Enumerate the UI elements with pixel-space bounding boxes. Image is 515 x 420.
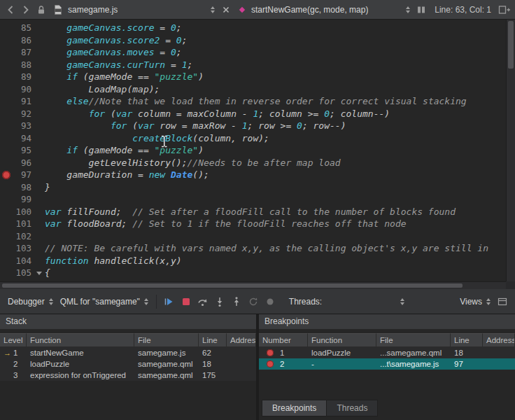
editor-vertical-scrollbar[interactable] xyxy=(506,20,515,281)
threads-combo-box[interactable] xyxy=(326,295,407,309)
scrollbar-thumb[interactable] xyxy=(2,284,463,288)
column-header[interactable]: Level xyxy=(0,333,27,347)
code-line[interactable]: 100var fillFound; // Set after a floodFi… xyxy=(0,206,506,218)
breakpoint-margin[interactable] xyxy=(0,230,13,243)
column-header[interactable]: File xyxy=(376,333,451,347)
step-over-button[interactable] xyxy=(195,293,211,310)
lock-button[interactable] xyxy=(34,2,49,18)
code-line[interactable]: 94 createBlock(column, row); xyxy=(0,132,506,145)
threads-select[interactable]: Threads: xyxy=(285,293,411,310)
code-line[interactable]: 101var floodBoard; // Set to 1 if the fl… xyxy=(0,218,506,230)
breakpoint-marker-icon[interactable] xyxy=(2,171,10,179)
split-editor-button[interactable] xyxy=(497,2,512,18)
code-token: ) xyxy=(198,145,204,155)
column-header[interactable]: Address xyxy=(227,333,256,347)
chevron-updown-icon xyxy=(49,298,53,305)
column-header[interactable]: Function xyxy=(308,333,376,347)
tab-breakpoints[interactable]: Breakpoints xyxy=(262,400,327,416)
column-header[interactable]: Line xyxy=(199,333,227,347)
stack-row[interactable]: 2loadPuzzlesamegame.qml18 xyxy=(0,358,256,370)
fold-margin[interactable] xyxy=(35,267,45,279)
scrollbar-corner xyxy=(506,281,515,289)
code-editor[interactable]: 85 gameCanvas.score = 0;86 gameCanvas.sc… xyxy=(0,20,515,289)
breakpoint-margin[interactable] xyxy=(0,218,13,230)
breakpoint-margin[interactable] xyxy=(0,132,13,145)
column-header[interactable]: File xyxy=(134,333,199,347)
column-header[interactable]: Function xyxy=(27,333,134,347)
breakpoint-margin[interactable] xyxy=(0,46,13,59)
breakpoint-margin[interactable] xyxy=(0,157,13,169)
breakpoint-margin[interactable] xyxy=(0,193,13,206)
code-token: ; column--) xyxy=(330,108,390,119)
code-line[interactable]: 99 xyxy=(0,193,506,206)
code-line[interactable]: 92 for (var column = maxColumn - 1; colu… xyxy=(0,108,506,120)
code-line[interactable]: 87 gameCanvas.moves = 0; xyxy=(0,46,506,59)
breakpoint-margin[interactable] xyxy=(0,169,13,181)
breakpoint-margin[interactable] xyxy=(0,59,13,71)
breakpoint-margin[interactable] xyxy=(0,34,13,47)
code-line[interactable]: 96 getLevelHistory();//Needs to be after… xyxy=(0,157,506,169)
breakpoint-margin[interactable] xyxy=(0,120,13,132)
code-line[interactable]: 97 gameDuration = new Date(); xyxy=(0,169,506,181)
code-line[interactable]: 91 else//Note that we load them in rever… xyxy=(0,95,506,108)
stack-row[interactable]: →1startNewGamesamegame.js62 xyxy=(0,347,256,358)
editor-horizontal-scrollbar[interactable] xyxy=(0,281,506,289)
code-line[interactable]: 104function handleClick(x,y) xyxy=(0,255,506,267)
code-line[interactable]: 89 if (gameMode == "puzzle") xyxy=(0,71,506,83)
column-header[interactable]: Address xyxy=(483,333,515,347)
breakpoint-margin[interactable] xyxy=(0,255,13,267)
code-line[interactable]: 90 LoadMap(map); xyxy=(0,83,506,96)
close-document-button[interactable] xyxy=(218,2,234,18)
split-view-button[interactable] xyxy=(414,2,429,18)
step-into-button[interactable] xyxy=(211,293,228,310)
back-button[interactable] xyxy=(3,2,18,18)
views-menu[interactable]: Views xyxy=(456,293,494,310)
scrollbar-thumb[interactable] xyxy=(508,21,514,69)
column-header[interactable]: Line xyxy=(451,333,483,347)
open-document-selector[interactable]: samegame.js xyxy=(49,1,218,18)
code-token: //Needs to be after map load xyxy=(188,158,341,168)
restart-button[interactable] xyxy=(245,293,262,310)
breakpoint-row[interactable]: 2-...t\samegame.js97 xyxy=(259,358,515,370)
code-line[interactable]: 93 for (var row = maxRow - 1; row >= 0; … xyxy=(0,120,506,132)
code-line[interactable]: 86 gameCanvas.score2 = 0; xyxy=(0,34,506,47)
breakpoint-margin[interactable] xyxy=(0,83,13,96)
column-header[interactable]: Number xyxy=(259,333,308,347)
code-line[interactable]: 85 gameCanvas.score = 0; xyxy=(0,22,506,34)
code-line[interactable]: 102 xyxy=(0,230,506,243)
debugger-engine-select[interactable]: QML for "samegame" xyxy=(57,293,152,310)
split-editor-icon xyxy=(498,4,511,15)
breakpoint-margin[interactable] xyxy=(0,144,13,157)
debugger-mode-select[interactable]: Debugger xyxy=(4,293,57,310)
stack-row[interactable]: 3expression for onTriggeredsamegame.qml1… xyxy=(0,370,256,381)
code-line[interactable]: 98} xyxy=(0,181,506,194)
forward-button[interactable] xyxy=(18,2,34,18)
breakpoint-margin[interactable] xyxy=(0,181,13,194)
breakpoint-margin[interactable] xyxy=(0,206,13,218)
breakpoint-margin[interactable] xyxy=(0,95,13,108)
breakpoint-margin[interactable] xyxy=(0,242,13,255)
chevron-updown-icon xyxy=(400,298,404,305)
symbol-selector[interactable]: startNewGame(gc, mode, map) xyxy=(234,1,414,18)
breakpoint-margin[interactable] xyxy=(0,108,13,120)
panel-toggle-button[interactable] xyxy=(494,293,511,310)
record-button[interactable] xyxy=(262,293,278,310)
code-token xyxy=(45,145,66,155)
code-text: createBlock(column, row); xyxy=(45,132,506,145)
code-line[interactable]: 103// NOTE: Be careful with vars named x… xyxy=(0,242,506,255)
cell-address xyxy=(227,347,256,358)
code-line[interactable]: 95 if (gameMode == "puzzle") xyxy=(0,144,506,157)
breakpoint-margin[interactable] xyxy=(0,22,13,34)
breakpoint-row[interactable]: 1loadPuzzle...samegame.qml18 xyxy=(259,347,515,358)
stop-debugger-button[interactable] xyxy=(178,293,195,310)
cell-address xyxy=(227,358,256,370)
code-line[interactable]: 88 gameCanvas.curTurn = 1; xyxy=(0,59,506,71)
tab-threads[interactable]: Threads xyxy=(327,400,378,416)
breakpoint-margin[interactable] xyxy=(0,267,13,279)
continue-button[interactable] xyxy=(161,293,178,310)
code-token: 0 xyxy=(171,22,176,33)
step-out-button[interactable] xyxy=(228,293,245,310)
code-line[interactable]: 105{ xyxy=(0,267,506,279)
fold-arrow-icon[interactable] xyxy=(36,272,42,275)
breakpoint-margin[interactable] xyxy=(0,71,13,83)
